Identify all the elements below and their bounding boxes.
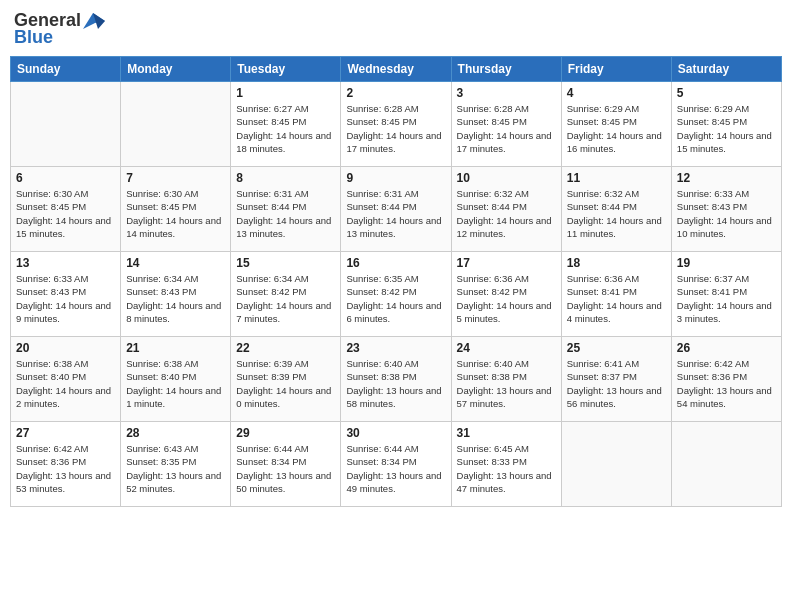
day-info: Sunrise: 6:29 AM Sunset: 8:45 PM Dayligh… bbox=[567, 102, 666, 155]
logo-blue-text: Blue bbox=[14, 27, 53, 48]
calendar-cell: 25Sunrise: 6:41 AM Sunset: 8:37 PM Dayli… bbox=[561, 337, 671, 422]
day-number: 21 bbox=[126, 341, 225, 355]
day-number: 25 bbox=[567, 341, 666, 355]
calendar-cell: 22Sunrise: 6:39 AM Sunset: 8:39 PM Dayli… bbox=[231, 337, 341, 422]
calendar-cell: 3Sunrise: 6:28 AM Sunset: 8:45 PM Daylig… bbox=[451, 82, 561, 167]
day-number: 23 bbox=[346, 341, 445, 355]
day-number: 14 bbox=[126, 256, 225, 270]
day-number: 29 bbox=[236, 426, 335, 440]
day-info: Sunrise: 6:34 AM Sunset: 8:42 PM Dayligh… bbox=[236, 272, 335, 325]
calendar-cell: 6Sunrise: 6:30 AM Sunset: 8:45 PM Daylig… bbox=[11, 167, 121, 252]
day-info: Sunrise: 6:32 AM Sunset: 8:44 PM Dayligh… bbox=[457, 187, 556, 240]
calendar-cell: 30Sunrise: 6:44 AM Sunset: 8:34 PM Dayli… bbox=[341, 422, 451, 507]
day-number: 6 bbox=[16, 171, 115, 185]
calendar-cell: 18Sunrise: 6:36 AM Sunset: 8:41 PM Dayli… bbox=[561, 252, 671, 337]
calendar-cell: 1Sunrise: 6:27 AM Sunset: 8:45 PM Daylig… bbox=[231, 82, 341, 167]
day-of-week-header: Saturday bbox=[671, 57, 781, 82]
day-number: 11 bbox=[567, 171, 666, 185]
day-number: 26 bbox=[677, 341, 776, 355]
day-number: 27 bbox=[16, 426, 115, 440]
day-of-week-header: Sunday bbox=[11, 57, 121, 82]
day-info: Sunrise: 6:31 AM Sunset: 8:44 PM Dayligh… bbox=[236, 187, 335, 240]
calendar-cell: 23Sunrise: 6:40 AM Sunset: 8:38 PM Dayli… bbox=[341, 337, 451, 422]
calendar-cell bbox=[671, 422, 781, 507]
day-number: 3 bbox=[457, 86, 556, 100]
day-number: 16 bbox=[346, 256, 445, 270]
calendar-cell: 10Sunrise: 6:32 AM Sunset: 8:44 PM Dayli… bbox=[451, 167, 561, 252]
day-info: Sunrise: 6:43 AM Sunset: 8:35 PM Dayligh… bbox=[126, 442, 225, 495]
day-info: Sunrise: 6:28 AM Sunset: 8:45 PM Dayligh… bbox=[346, 102, 445, 155]
calendar-table: SundayMondayTuesdayWednesdayThursdayFrid… bbox=[10, 56, 782, 507]
day-number: 13 bbox=[16, 256, 115, 270]
calendar-cell: 29Sunrise: 6:44 AM Sunset: 8:34 PM Dayli… bbox=[231, 422, 341, 507]
day-info: Sunrise: 6:38 AM Sunset: 8:40 PM Dayligh… bbox=[126, 357, 225, 410]
calendar-cell: 11Sunrise: 6:32 AM Sunset: 8:44 PM Dayli… bbox=[561, 167, 671, 252]
day-info: Sunrise: 6:38 AM Sunset: 8:40 PM Dayligh… bbox=[16, 357, 115, 410]
day-info: Sunrise: 6:44 AM Sunset: 8:34 PM Dayligh… bbox=[346, 442, 445, 495]
day-info: Sunrise: 6:33 AM Sunset: 8:43 PM Dayligh… bbox=[16, 272, 115, 325]
day-of-week-header: Tuesday bbox=[231, 57, 341, 82]
day-info: Sunrise: 6:30 AM Sunset: 8:45 PM Dayligh… bbox=[16, 187, 115, 240]
day-number: 1 bbox=[236, 86, 335, 100]
day-number: 2 bbox=[346, 86, 445, 100]
day-info: Sunrise: 6:33 AM Sunset: 8:43 PM Dayligh… bbox=[677, 187, 776, 240]
day-info: Sunrise: 6:35 AM Sunset: 8:42 PM Dayligh… bbox=[346, 272, 445, 325]
calendar-cell bbox=[11, 82, 121, 167]
calendar-cell: 19Sunrise: 6:37 AM Sunset: 8:41 PM Dayli… bbox=[671, 252, 781, 337]
week-row: 1Sunrise: 6:27 AM Sunset: 8:45 PM Daylig… bbox=[11, 82, 782, 167]
day-number: 19 bbox=[677, 256, 776, 270]
day-number: 17 bbox=[457, 256, 556, 270]
day-number: 4 bbox=[567, 86, 666, 100]
day-number: 20 bbox=[16, 341, 115, 355]
week-row: 13Sunrise: 6:33 AM Sunset: 8:43 PM Dayli… bbox=[11, 252, 782, 337]
day-number: 10 bbox=[457, 171, 556, 185]
calendar-cell: 28Sunrise: 6:43 AM Sunset: 8:35 PM Dayli… bbox=[121, 422, 231, 507]
day-info: Sunrise: 6:39 AM Sunset: 8:39 PM Dayligh… bbox=[236, 357, 335, 410]
calendar-cell bbox=[561, 422, 671, 507]
calendar-cell: 5Sunrise: 6:29 AM Sunset: 8:45 PM Daylig… bbox=[671, 82, 781, 167]
calendar-cell: 14Sunrise: 6:34 AM Sunset: 8:43 PM Dayli… bbox=[121, 252, 231, 337]
day-number: 18 bbox=[567, 256, 666, 270]
calendar-cell: 20Sunrise: 6:38 AM Sunset: 8:40 PM Dayli… bbox=[11, 337, 121, 422]
calendar-cell: 7Sunrise: 6:30 AM Sunset: 8:45 PM Daylig… bbox=[121, 167, 231, 252]
day-info: Sunrise: 6:42 AM Sunset: 8:36 PM Dayligh… bbox=[677, 357, 776, 410]
day-info: Sunrise: 6:30 AM Sunset: 8:45 PM Dayligh… bbox=[126, 187, 225, 240]
day-number: 15 bbox=[236, 256, 335, 270]
day-number: 28 bbox=[126, 426, 225, 440]
day-info: Sunrise: 6:27 AM Sunset: 8:45 PM Dayligh… bbox=[236, 102, 335, 155]
day-info: Sunrise: 6:45 AM Sunset: 8:33 PM Dayligh… bbox=[457, 442, 556, 495]
day-number: 5 bbox=[677, 86, 776, 100]
day-of-week-header: Friday bbox=[561, 57, 671, 82]
day-info: Sunrise: 6:36 AM Sunset: 8:42 PM Dayligh… bbox=[457, 272, 556, 325]
day-number: 8 bbox=[236, 171, 335, 185]
calendar-cell: 2Sunrise: 6:28 AM Sunset: 8:45 PM Daylig… bbox=[341, 82, 451, 167]
day-number: 22 bbox=[236, 341, 335, 355]
day-number: 12 bbox=[677, 171, 776, 185]
calendar-cell: 9Sunrise: 6:31 AM Sunset: 8:44 PM Daylig… bbox=[341, 167, 451, 252]
day-number: 30 bbox=[346, 426, 445, 440]
calendar-cell: 8Sunrise: 6:31 AM Sunset: 8:44 PM Daylig… bbox=[231, 167, 341, 252]
day-info: Sunrise: 6:29 AM Sunset: 8:45 PM Dayligh… bbox=[677, 102, 776, 155]
day-info: Sunrise: 6:34 AM Sunset: 8:43 PM Dayligh… bbox=[126, 272, 225, 325]
calendar-cell: 17Sunrise: 6:36 AM Sunset: 8:42 PM Dayli… bbox=[451, 252, 561, 337]
day-of-week-header: Monday bbox=[121, 57, 231, 82]
calendar-cell: 26Sunrise: 6:42 AM Sunset: 8:36 PM Dayli… bbox=[671, 337, 781, 422]
day-number: 31 bbox=[457, 426, 556, 440]
day-info: Sunrise: 6:40 AM Sunset: 8:38 PM Dayligh… bbox=[457, 357, 556, 410]
week-row: 6Sunrise: 6:30 AM Sunset: 8:45 PM Daylig… bbox=[11, 167, 782, 252]
page-header: General Blue bbox=[10, 10, 782, 48]
day-info: Sunrise: 6:42 AM Sunset: 8:36 PM Dayligh… bbox=[16, 442, 115, 495]
day-info: Sunrise: 6:31 AM Sunset: 8:44 PM Dayligh… bbox=[346, 187, 445, 240]
calendar-cell bbox=[121, 82, 231, 167]
day-info: Sunrise: 6:41 AM Sunset: 8:37 PM Dayligh… bbox=[567, 357, 666, 410]
calendar-cell: 24Sunrise: 6:40 AM Sunset: 8:38 PM Dayli… bbox=[451, 337, 561, 422]
logo: General Blue bbox=[14, 10, 105, 48]
calendar-cell: 31Sunrise: 6:45 AM Sunset: 8:33 PM Dayli… bbox=[451, 422, 561, 507]
day-of-week-header: Thursday bbox=[451, 57, 561, 82]
day-number: 7 bbox=[126, 171, 225, 185]
day-info: Sunrise: 6:28 AM Sunset: 8:45 PM Dayligh… bbox=[457, 102, 556, 155]
day-info: Sunrise: 6:40 AM Sunset: 8:38 PM Dayligh… bbox=[346, 357, 445, 410]
calendar-cell: 16Sunrise: 6:35 AM Sunset: 8:42 PM Dayli… bbox=[341, 252, 451, 337]
day-info: Sunrise: 6:32 AM Sunset: 8:44 PM Dayligh… bbox=[567, 187, 666, 240]
day-info: Sunrise: 6:36 AM Sunset: 8:41 PM Dayligh… bbox=[567, 272, 666, 325]
